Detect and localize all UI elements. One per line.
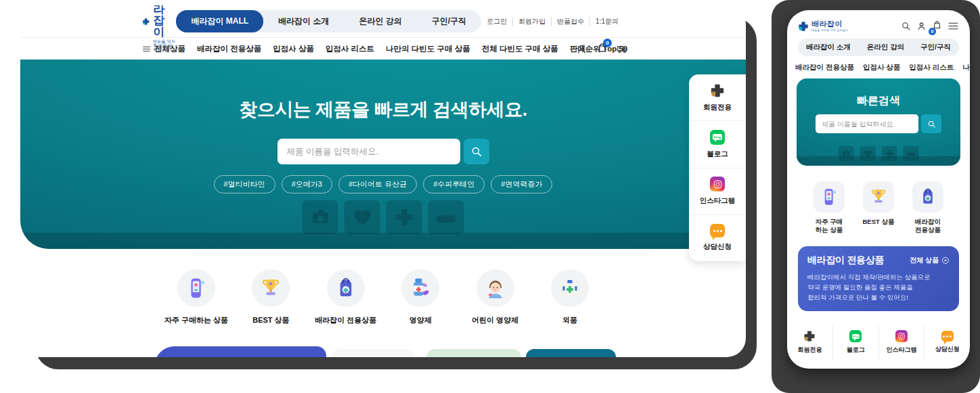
instagram-icon (895, 330, 908, 342)
category-exclusive[interactable]: 배라잡이 전용상품 (908, 181, 948, 235)
promo-card-teal[interactable] (526, 349, 616, 357)
subnav-vendor-products[interactable]: 입점사 상품 (273, 44, 314, 54)
quick-instagram[interactable]: 인스타그램 (689, 168, 746, 214)
subnav-vendor-products[interactable]: 입점사 상품 (863, 63, 900, 72)
quick-consult[interactable]: 상담신청 (689, 214, 746, 261)
subnav-my-frequent[interactable]: 나만의 다빈도 구매 상품 (386, 44, 470, 54)
hashtag-immunity[interactable]: #면역력증가 (491, 175, 552, 193)
promo-card-light[interactable] (332, 349, 414, 357)
promo-all-products-link[interactable]: 전체 상품 (910, 256, 950, 265)
cart-button[interactable]: 0 (932, 20, 942, 32)
trophy-icon (259, 276, 283, 300)
hero-title: 찾으시는 제품을 빠르게 검색하세요. (20, 60, 746, 122)
promo-description: 배라잡이에서 직접 제작/판매하는 상품으로 약국 운영에 필요한 품질 좋은 … (807, 272, 950, 303)
desktop-header: 배라잡이 배송을 약속한 약국 길라잡이 배라잡이 MALL 배라잡이 소개 온… (20, 5, 746, 38)
member-cross-icon (710, 83, 725, 98)
chat-icon (941, 331, 954, 342)
mobile-brand-logo[interactable]: 배라잡이 배송을 약속한 약국 길라잡이 (798, 20, 848, 32)
tab-jobs[interactable]: 구인/구직 (920, 43, 951, 52)
hashtag-omega3[interactable]: #오메가3 (282, 175, 332, 193)
brand-name: 배라잡이 (153, 5, 176, 38)
shopping-bag-icon (334, 276, 358, 300)
mobile-hero-banner: 빠른검색 (797, 78, 960, 166)
bottom-instagram[interactable]: 인스타그램 (878, 325, 925, 359)
main-nav: 배라잡이 MALL 배라잡이 소개 온라인 강의 구인/구직 (176, 10, 481, 32)
search-button[interactable] (464, 139, 489, 164)
quick-blog[interactable]: blog 블로그 (689, 120, 746, 167)
account-icon[interactable] (916, 21, 927, 31)
returns-link[interactable]: 반품접수 (551, 17, 589, 26)
instagram-icon (710, 177, 725, 191)
mobile-frame: 배라잡이 배송을 약속한 약국 길라잡이 0 배라잡이 소개 온라인 강의 구인… (787, 10, 970, 369)
mobile-hero-title: 빠른검색 (797, 78, 960, 108)
tab-jobs[interactable]: 구인/구직 (417, 10, 481, 32)
hero-decor-blocks (839, 146, 919, 161)
search-icon[interactable] (901, 21, 911, 31)
heart-pulse-icon (351, 206, 373, 228)
search-icon (927, 120, 936, 129)
inquiry-link[interactable]: 1:1문의 (589, 17, 624, 26)
subnav-vendor-list[interactable]: 입점사 리스트 (326, 44, 374, 54)
promo-card-green[interactable] (426, 349, 521, 357)
subnav-vendor-list[interactable]: 입점사 리스트 (909, 63, 954, 72)
logo-cross-icon (142, 13, 150, 30)
tab-about[interactable]: 배라잡이 소개 (806, 43, 851, 52)
category-exclusive[interactable]: 배라잡이 전용상품 (313, 269, 378, 325)
hashtag-probiotics[interactable]: #다이어트 유산균 (338, 175, 417, 193)
cart-button[interactable]: 0 (596, 42, 608, 56)
tab-lecture[interactable]: 온라인 강의 (344, 10, 416, 32)
phone-icon (819, 187, 839, 207)
child-icon (483, 276, 508, 300)
delivery-truck-icon[interactable] (617, 43, 628, 55)
first-aid-kit-case-icon (558, 276, 582, 300)
mobile-bottom-bar: 회원전용 blog 블로그 인스타그램 상담신청 (787, 325, 970, 359)
blog-icon: blog (849, 330, 862, 342)
mobile-promo-card[interactable]: 배라잡이 전용상품 전체 상품 배라잡이에서 직접 제작/판매하는 상품으로 약… (798, 246, 959, 312)
chat-icon (710, 224, 725, 237)
search-input[interactable] (277, 139, 460, 164)
cart-badge: 0 (929, 28, 936, 35)
shopping-bag-icon (918, 187, 938, 207)
bottom-member[interactable]: 회원전용 (787, 325, 832, 359)
utility-links: 로그인 회원가입 반품접수 1:1문의 (481, 17, 624, 26)
promo-title: 배라잡이 전용상품 (807, 254, 884, 267)
tab-mall[interactable]: 배라잡이 MALL (176, 10, 263, 32)
subnav-exclusive[interactable]: 배라잡이 전용상품 (197, 44, 261, 54)
tab-about[interactable]: 배라잡이 소개 (263, 10, 344, 32)
subnav-all-frequent[interactable]: 전체 다빈도 구매 상품 (482, 44, 558, 54)
hashtag-multivitamin[interactable]: #멀티비타민 (214, 175, 275, 193)
medical-cross-icon (885, 149, 894, 158)
category-best[interactable]: BEST 상품 (858, 181, 899, 235)
first-aid-kit-icon (309, 206, 331, 228)
first-aid-kit-icon (841, 149, 851, 158)
subnav-my-frequent[interactable]: 나만의 다빈도 구매 상품 (962, 63, 970, 72)
category-row: 자주 구매하는 상품 BEST 상품 배라잡이 전용상품 (164, 269, 602, 325)
medical-cross-icon (393, 206, 415, 228)
signup-link[interactable]: 회원가입 (512, 17, 551, 26)
account-icon[interactable] (576, 43, 587, 55)
hamburger-icon (142, 45, 151, 53)
login-link[interactable]: 로그인 (481, 17, 512, 26)
promo-card-indigo[interactable] (154, 346, 326, 357)
category-frequent[interactable]: 자주 구매 하는 상품 (809, 181, 849, 235)
subnav-exclusive[interactable]: 배라잡이 전용상품 (795, 63, 854, 72)
category-supplements[interactable]: 영양제 (388, 269, 453, 325)
category-frequent[interactable]: 자주 구매하는 상품 (164, 269, 229, 325)
bottom-consult[interactable]: 상담신청 (924, 325, 970, 359)
category-medical-goods[interactable]: 외품 (537, 269, 602, 325)
bottom-blog[interactable]: blog 블로그 (832, 325, 878, 359)
search-input[interactable] (816, 114, 918, 133)
category-kids-supplements[interactable]: 어린이 영양제 (463, 269, 528, 325)
tab-lecture[interactable]: 온라인 강의 (867, 43, 904, 52)
stage: 배라잡이 배송을 약속한 약국 길라잡이 배라잡이 MALL 배라잡이 소개 온… (0, 0, 980, 393)
hero-decor-blocks (303, 200, 464, 234)
hero-banner: 찾으시는 제품을 빠르게 검색하세요. #멀티비타민 #오메가3 #다이어트 유… (20, 60, 746, 249)
hashtag-lutein[interactable]: #수퍼루테인 (423, 175, 485, 193)
hero-floor (20, 233, 746, 249)
search-button[interactable] (921, 114, 941, 133)
category-best[interactable]: BEST 상품 (238, 269, 303, 325)
quick-member[interactable]: 회원전용 (689, 74, 746, 120)
menu-icon[interactable] (948, 20, 959, 32)
capsule-icon (435, 206, 457, 228)
subnav-all-products[interactable]: 전체상품 (142, 44, 185, 54)
